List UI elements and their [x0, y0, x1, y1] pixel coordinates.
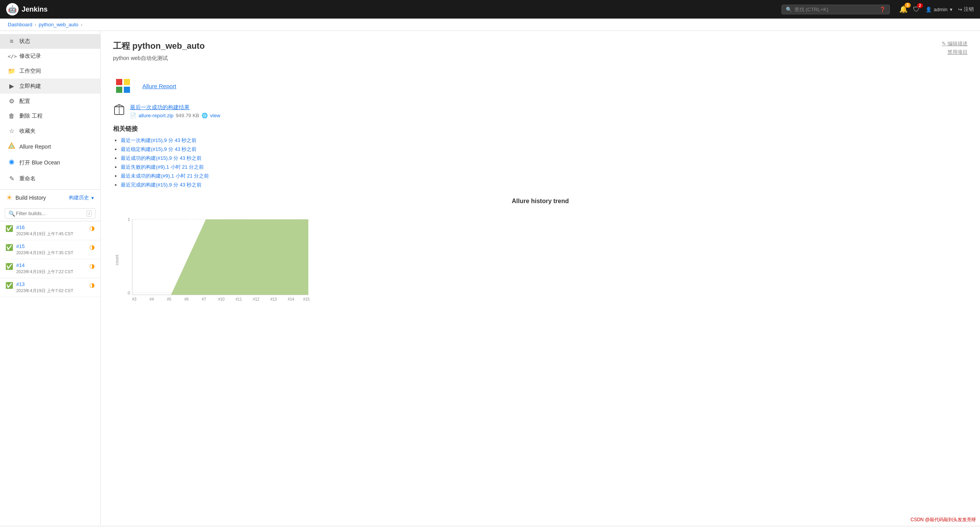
search-input[interactable]: [794, 7, 877, 12]
search-icon: 🔍: [786, 7, 792, 12]
build-info-14: #14 2023年4月19日 上午7:22 CST: [16, 262, 73, 275]
build-num-16: #16: [16, 224, 73, 230]
svg-text:#7: #7: [202, 297, 206, 301]
sidebar-item-blueocean[interactable]: 打开 Blue Ocean: [0, 155, 100, 171]
y-label-1: 1: [128, 217, 130, 222]
svg-text:#4: #4: [149, 297, 154, 301]
breadcrumb-project[interactable]: python_web_auto: [39, 22, 79, 27]
build-date-16: 2023年4月19日 上午7:45 CST: [16, 231, 73, 237]
security-button[interactable]: 🛡 2: [913, 5, 920, 14]
slash-shortcut: /: [87, 210, 92, 217]
code-icon: </>: [8, 53, 15, 59]
notifications-button[interactable]: 🔔 3: [899, 5, 908, 14]
globe-icon: 🌐: [202, 113, 208, 118]
report-file-link[interactable]: allure-report.zip: [139, 113, 173, 118]
build-history-title-area: ☀ Build History: [6, 193, 46, 202]
view-link[interactable]: view: [210, 113, 220, 118]
build-info-16: #16 2023年4月19日 上午7:45 CST: [16, 224, 73, 237]
jenkins-logo[interactable]: 🤖 Jenkins: [6, 3, 48, 15]
user-name: admin: [934, 7, 948, 12]
sidebar-item-changes[interactable]: </> 修改记录: [0, 49, 100, 63]
build-item-13[interactable]: ✅ #13 2023年4月19日 上午7:02 CST ◑: [0, 278, 100, 297]
related-links-title: 相关链接: [113, 125, 968, 133]
security-badge: 2: [917, 3, 923, 8]
sidebar-label-rename: 重命名: [19, 175, 36, 182]
related-link-1[interactable]: 最近一次构建(#15),9 分 43 秒之前: [121, 137, 197, 143]
nav-icons: 🔔 3 🛡 2 👤 admin ▾ ↪ 注销: [899, 5, 974, 14]
build-action-icon-15[interactable]: ◑: [89, 243, 95, 251]
search-box[interactable]: 🔍 ❓: [782, 5, 890, 14]
list-item-3: 最近成功的构建(#15),9 分 43 秒之前: [121, 155, 968, 162]
sidebar-label-configure: 配置: [19, 98, 30, 105]
allure-trend-chart: count 1 0 #3 #4 #5: [113, 208, 314, 308]
related-link-5[interactable]: 最近未成功的构建(#9),1 小时 21 分之前: [121, 173, 209, 179]
sidebar-item-configure[interactable]: ⚙ 配置: [0, 94, 100, 109]
build-history-title: Build History: [15, 195, 46, 201]
chart-container: Allure history trend count 1 0: [113, 198, 968, 310]
svg-text:#13: #13: [270, 297, 277, 301]
sidebar-item-delete[interactable]: 🗑 删除 工程: [0, 109, 100, 123]
sidebar-menu: ≡ 状态 </> 修改记录 📁 工作空间 ▶ 立即构建 ⚙ 配置 🗑 删除 工程: [0, 31, 100, 189]
svg-text:#3: #3: [132, 297, 137, 301]
svg-point-3: [10, 161, 13, 164]
notification-badge: 3: [905, 3, 911, 8]
sidebar-label-blueocean: 打开 Blue Ocean: [19, 159, 60, 166]
related-link-3[interactable]: 最近成功的构建(#15),9 分 43 秒之前: [121, 155, 202, 161]
sidebar-item-build-now[interactable]: ▶ 立即构建: [0, 79, 100, 94]
sidebar-item-workspace[interactable]: 📁 工作空间: [0, 63, 100, 79]
breadcrumb-sep-2: ›: [81, 22, 82, 27]
project-description: python web自动化测试: [113, 55, 205, 62]
list-item-2: 最近稳定构建(#15),9 分 43 秒之前: [121, 146, 968, 153]
build-num-14: #14: [16, 262, 73, 268]
build-item-16-left: ✅ #16 2023年4月19日 上午7:45 CST: [5, 224, 73, 237]
build-item-15-left: ✅ #15 2023年4月19日 上午7:35 CST: [5, 243, 73, 256]
filter-builds-input[interactable]: [5, 208, 96, 219]
svg-text:#10: #10: [218, 297, 225, 301]
user-icon: 👤: [925, 7, 932, 12]
help-icon[interactable]: ❓: [879, 7, 886, 12]
list-item-1: 最近一次构建(#15),9 分 43 秒之前: [121, 137, 968, 144]
y-label-0: 0: [128, 291, 130, 295]
sidebar-item-allure[interactable]: Allure Report: [0, 139, 100, 155]
jenkins-logo-icon: 🤖: [6, 3, 19, 15]
allure-report-link[interactable]: Allure Report: [142, 83, 176, 89]
breadcrumb-home[interactable]: Dashboard: [8, 22, 32, 27]
pencil-icon-edit: ✎: [942, 41, 946, 46]
build-item-16[interactable]: ✅ #16 2023年4月19日 上午7:45 CST ◑: [0, 221, 100, 240]
related-link-4[interactable]: 最近失败的构建(#9),1 小时 21 分之前: [121, 164, 204, 170]
document-icon: ≡: [8, 38, 15, 45]
list-item-6: 最近完成的构建(#15),9 分 43 秒之前: [121, 181, 968, 188]
sidebar-item-rename[interactable]: ✎ 重命名: [0, 171, 100, 186]
disable-project-link[interactable]: 禁用项目: [942, 49, 968, 56]
filter-search-icon: 🔍: [9, 210, 15, 217]
logout-icon: ↪: [958, 7, 962, 12]
svg-text:#11: #11: [236, 297, 242, 301]
folder-icon: 📁: [8, 67, 15, 75]
logout-button[interactable]: ↪ 注销: [958, 6, 974, 13]
user-menu[interactable]: 👤 admin ▾: [925, 7, 953, 12]
sun-icon: ☀: [6, 193, 12, 202]
sidebar-label-changes: 修改记录: [19, 53, 41, 60]
sidebar-label-build-now: 立即构建: [19, 83, 41, 90]
main-content: 工程 python_web_auto python web自动化测试 ✎ 编辑描…: [101, 31, 980, 525]
build-action-icon-16[interactable]: ◑: [89, 224, 95, 232]
build-date-15: 2023年4月19日 上午7:35 CST: [16, 250, 73, 256]
sidebar-item-favorites[interactable]: ☆ 收藏夹: [0, 123, 100, 139]
related-link-6[interactable]: 最近完成的构建(#15),9 分 43 秒之前: [121, 182, 202, 188]
related-link-2[interactable]: 最近稳定构建(#15),9 分 43 秒之前: [121, 146, 197, 152]
logout-label: 注销: [964, 6, 974, 13]
build-item-14[interactable]: ✅ #14 2023年4月19日 上午7:22 CST ◑: [0, 259, 100, 278]
gear-icon: ⚙: [8, 98, 15, 105]
edit-description-link[interactable]: ✎ 编辑描述: [942, 40, 968, 47]
build-action-icon-14[interactable]: ◑: [89, 262, 95, 270]
build-history-right[interactable]: 构建历史 ▾: [69, 194, 94, 201]
sidebar-item-status[interactable]: ≡ 状态: [0, 34, 100, 49]
last-build-link[interactable]: 最后一次成功的构建结果: [130, 104, 190, 110]
build-action-icon-13[interactable]: ◑: [89, 281, 95, 289]
build-history-header[interactable]: ☀ Build History 构建历史 ▾: [0, 189, 100, 206]
chevron-down-icon: ▾: [950, 7, 953, 12]
build-list: ✅ #16 2023年4月19日 上午7:45 CST ◑ ✅ #15 2023…: [0, 221, 100, 525]
last-build-file: 📄 allure-report.zip 949.79 KB 🌐 view: [130, 113, 220, 118]
svg-rect-7: [124, 87, 130, 93]
build-item-15[interactable]: ✅ #15 2023年4月19日 上午7:35 CST ◑: [0, 240, 100, 259]
